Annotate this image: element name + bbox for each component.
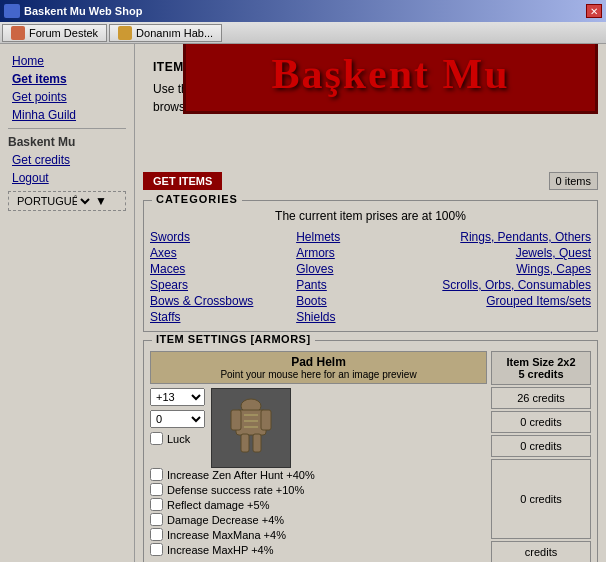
window-icon	[4, 4, 20, 18]
opt-zen: Increase Zen After Hunt +40%	[150, 468, 487, 481]
level-row: +13+12+11+10+9+0	[150, 388, 205, 406]
total-credits-box: 0 credits	[491, 459, 591, 539]
svg-rect-5	[253, 434, 261, 452]
cat-wings[interactable]: Wings, Capes	[442, 261, 591, 277]
opt-reflect: Reflect damage +5%	[150, 498, 487, 511]
level-select[interactable]: +13+12+11+10+9+0	[150, 388, 205, 406]
opt-maxhp-checkbox[interactable]	[150, 543, 163, 556]
opt-maxmana: Increase MaxMana +4%	[150, 528, 487, 541]
window-titlebar: Baskent Mu Web Shop ✕	[0, 0, 606, 22]
categories-subtitle: The current item prises are at 100%	[150, 209, 591, 223]
base-credits: 5 credits	[498, 368, 584, 380]
item-settings-inner: Pad Helm Point your mouse here for an im…	[150, 351, 591, 562]
get-items-button[interactable]: GET ITEMS	[143, 172, 222, 190]
luck-checkbox[interactable]	[150, 432, 163, 445]
cat-gloves[interactable]: Gloves	[296, 261, 438, 277]
taskbar-forum-btn[interactable]: Forum Destek	[2, 24, 107, 42]
opt-zen-label: Increase Zen After Hunt +40%	[167, 469, 315, 481]
opt-defense-checkbox[interactable]	[150, 483, 163, 496]
opt-reflect-checkbox[interactable]	[150, 498, 163, 511]
opt-defense-label: Defense success rate +10%	[167, 484, 304, 496]
level-credits-box: 26 credits	[491, 387, 591, 409]
svg-rect-3	[261, 410, 271, 430]
forum-icon	[11, 26, 25, 40]
opt-damage-checkbox[interactable]	[150, 513, 163, 526]
categories-title: CATEGORIES	[152, 193, 242, 205]
sidebar-item-get-points[interactable]: Get points	[0, 88, 134, 106]
sidebar-item-home[interactable]: Home	[0, 52, 134, 70]
cat-axes[interactable]: Axes	[150, 245, 292, 261]
item-adder-section: Item Adder Use the options below to sele…	[143, 52, 598, 122]
option-row: 01234	[150, 410, 205, 428]
opt-maxhp-label: Increase MaxHP +4%	[167, 544, 274, 556]
language-dropdown[interactable]: PORTUGUÊS English Español	[13, 194, 93, 208]
item-preview-text: Point your mouse here for an image previ…	[154, 369, 483, 380]
svg-rect-8	[244, 426, 258, 428]
taskbar-forum-label: Forum Destek	[29, 27, 98, 39]
armor-svg	[226, 398, 276, 458]
cat-helmets[interactable]: Helmets	[296, 229, 438, 245]
option-select[interactable]: 01234	[150, 410, 205, 428]
opt-reflect-label: Reflect damage +5%	[167, 499, 269, 511]
item-name-bar: Pad Helm Point your mouse here for an im…	[150, 351, 487, 384]
sidebar-divider	[8, 128, 126, 129]
banner-overlay: Başkent Mu	[183, 44, 598, 114]
banner-text: Başkent Mu	[271, 44, 509, 106]
opt-maxhp: Increase MaxHP +4%	[150, 543, 487, 556]
sidebar-item-minha-guild[interactable]: Minha Guild	[0, 106, 134, 124]
cat-jewels[interactable]: Jewels, Quest	[442, 245, 591, 261]
main-container: Home Get items Get points Minha Guild Ba…	[0, 44, 606, 562]
cat-rings[interactable]: Rings, Pendants, Others	[442, 229, 591, 245]
sidebar-section-2: Baskent Mu Get credits Logout	[0, 133, 134, 187]
opt1-credits-box: 0 credits	[491, 411, 591, 433]
cat-scrolls[interactable]: Scrolls, Orbs, Consumables	[442, 277, 591, 293]
cat-col1: Swords Axes Maces Spears Bows & Crossbow…	[150, 229, 292, 325]
item-controls-row: +13+12+11+10+9+0 01234 Luck	[150, 388, 487, 468]
cat-shields[interactable]: Shields	[296, 309, 438, 325]
cat-armors[interactable]: Armors	[296, 245, 438, 261]
cat-maces[interactable]: Maces	[150, 261, 292, 277]
content-area: Item Adder Use the options below to sele…	[135, 44, 606, 562]
item-form-area: Pad Helm Point your mouse here for an im…	[150, 351, 487, 562]
luck-label: Luck	[167, 433, 190, 445]
opt-zen-checkbox[interactable]	[150, 468, 163, 481]
cat-bows[interactable]: Bows & Crossbows	[150, 293, 292, 309]
taskbar: Forum Destek Donanım Hab...	[0, 22, 606, 44]
item-image	[211, 388, 291, 468]
final-credits-box: credits	[491, 541, 591, 562]
sidebar-item-get-items[interactable]: Get items	[0, 70, 134, 88]
svg-rect-6	[244, 414, 258, 416]
credits-panel: Item Size 2x2 5 credits 26 credits 0 cre…	[491, 351, 591, 562]
svg-rect-2	[231, 410, 241, 430]
options-checkboxes: Increase Zen After Hunt +40% Defense suc…	[150, 468, 487, 556]
opt-defense: Defense success rate +10%	[150, 483, 487, 496]
cat-spears[interactable]: Spears	[150, 277, 292, 293]
sidebar-item-logout[interactable]: Logout	[0, 169, 134, 187]
donanim-icon	[118, 26, 132, 40]
language-selector[interactable]: PORTUGUÊS English Español ▼	[8, 191, 126, 211]
opt2-credits-value: 0 credits	[520, 440, 562, 452]
opt1-credits-value: 0 credits	[520, 416, 562, 428]
opt-damage-label: Damage Decrease +4%	[167, 514, 284, 526]
total-credits-value: 0 credits	[520, 493, 562, 505]
dropdown-arrow: ▼	[95, 194, 107, 208]
item-size-credit-box: Item Size 2x2 5 credits	[491, 351, 591, 385]
cat-col3: Rings, Pendants, Others Jewels, Quest Wi…	[442, 229, 591, 325]
svg-rect-4	[241, 434, 249, 452]
sidebar-section-1: Home Get items Get points Minha Guild	[0, 52, 134, 124]
level-credits-value: 26 credits	[517, 392, 565, 404]
cat-staffs[interactable]: Staffs	[150, 309, 292, 325]
cat-pants[interactable]: Pants	[296, 277, 438, 293]
sidebar-item-get-credits[interactable]: Get credits	[0, 151, 134, 169]
window-close-button[interactable]: ✕	[586, 4, 602, 18]
opt2-credits-box: 0 credits	[491, 435, 591, 457]
cat-swords[interactable]: Swords	[150, 229, 292, 245]
taskbar-donanim-btn[interactable]: Donanım Hab...	[109, 24, 222, 42]
luck-row: Luck	[150, 432, 205, 445]
final-credits-value: credits	[525, 546, 557, 558]
item-settings-section: ITEM SETTINGS [Armors] Pad Helm Point yo…	[143, 340, 598, 562]
opt-maxmana-checkbox[interactable]	[150, 528, 163, 541]
cat-boots[interactable]: Boots	[296, 293, 438, 309]
items-count: 0 items	[549, 172, 598, 190]
cat-grouped[interactable]: Grouped Items/sets	[442, 293, 591, 309]
